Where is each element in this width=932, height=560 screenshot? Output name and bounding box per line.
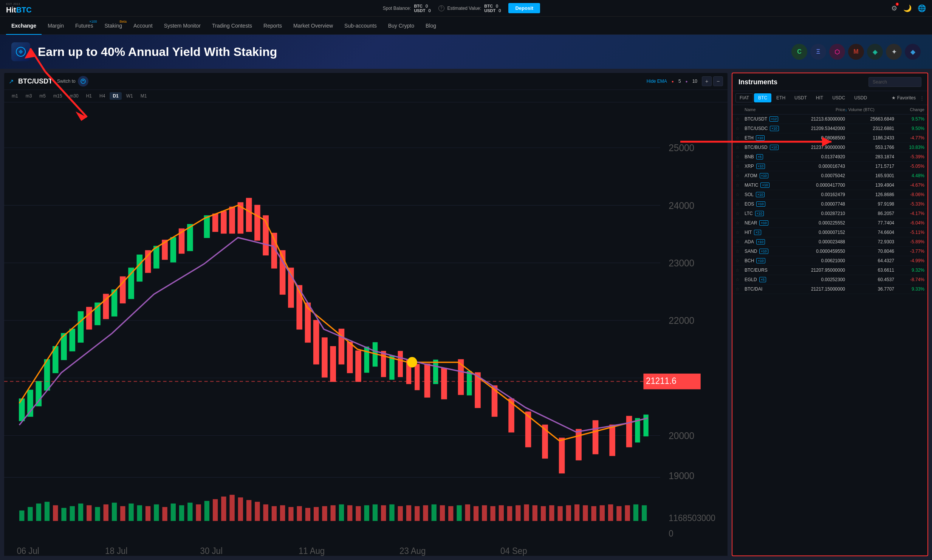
star-btcusdt[interactable]: ☆ (735, 116, 745, 122)
table-row[interactable]: ☆ MATIC ×10 0.0000417700 139.4904 -4.67% (732, 181, 927, 190)
table-row[interactable]: ☆ XRP ×10 0.000016743 171.5717 -5.05% (732, 162, 927, 171)
star-near[interactable]: ☆ (735, 220, 745, 226)
instruments-table: ☆ BTC/USDT ×12 21213.63000000 25663.6849… (732, 114, 927, 555)
banner[interactable]: Earn up to 40% Annual Yield With Staking… (0, 35, 932, 69)
star-eth[interactable]: ☆ (735, 135, 745, 141)
table-row[interactable]: ☆ SOL ×10 0.00162479 126.8686 -8.06% (732, 190, 927, 200)
star-ltc[interactable]: ☆ (735, 211, 745, 216)
table-row[interactable]: ☆ BTC/BUSD ×10 21237.90000000 553.1766 1… (732, 143, 927, 152)
tf-m3[interactable]: m3 (23, 92, 35, 100)
col-volume[interactable]: ↓ Volume (BTC) (845, 107, 894, 112)
sidebar-item-reports[interactable]: Reports (258, 17, 287, 35)
svg-rect-24 (78, 312, 83, 342)
language-button[interactable]: 🌐 (918, 4, 926, 12)
theme-toggle-button[interactable]: 🌙 (903, 4, 912, 12)
svg-rect-29 (154, 246, 159, 268)
col-price[interactable]: Price (796, 107, 845, 112)
star-sol[interactable]: ☆ (735, 192, 745, 197)
table-row[interactable]: ☆ EOS ×10 0.00007748 97.9198 -5.33% (732, 200, 927, 209)
star-btcbusd[interactable]: ☆ (735, 145, 745, 150)
usdt-currency: USDT (414, 8, 425, 13)
star-sand[interactable]: ☆ (735, 249, 745, 254)
tab-btc[interactable]: BTC (754, 93, 771, 102)
star-bnb[interactable]: ☆ (735, 154, 745, 159)
sidebar-item-futures[interactable]: Futures ×100 (70, 17, 98, 35)
col-name[interactable]: Name (745, 107, 796, 112)
sidebar-item-staking[interactable]: Staking Beta (99, 17, 127, 35)
name-ltc: LTC ×10 (745, 211, 796, 216)
tab-favorites[interactable]: ★ Favorites (892, 95, 916, 101)
table-row[interactable]: ☆ BTC/EURS 21207.95000000 63.6611 9.32% (732, 266, 927, 275)
table-row[interactable]: ☆ BCH ×10 0.00621000 64.4327 -4.99% (732, 256, 927, 266)
tf-w1[interactable]: W1 (123, 92, 136, 100)
table-row[interactable]: ☆ HIT ×3 0.000007152 74.6604 -5.11% (732, 228, 927, 237)
instruments-menu[interactable]: ⋮ (920, 95, 924, 101)
switch-to[interactable]: Switch to (57, 76, 88, 87)
zoom-in-button[interactable]: + (702, 76, 712, 86)
tf-h4[interactable]: H4 (96, 92, 108, 100)
staking-badge: Beta (120, 20, 127, 23)
zoom-out-button[interactable]: − (713, 76, 723, 86)
name-hit: HIT ×3 (745, 230, 796, 235)
sidebar-item-blog[interactable]: Blog (420, 17, 441, 35)
chart-area[interactable]: 25000 24000 23000 22000 21000 20000 1900… (4, 102, 728, 556)
tab-usdc[interactable]: USDC (828, 93, 849, 102)
tab-usdd[interactable]: USDD (850, 93, 871, 102)
tab-fiat[interactable]: FIAT (735, 93, 753, 102)
logo[interactable]: EST. 2013 HitBTC (6, 2, 32, 14)
main-content: ↗ BTC/USDT Switch to Hide EMA ● 5 ● 10 + (0, 69, 932, 560)
table-row[interactable]: ☆ NEAR ×10 0.000225552 77.7404 -6.04% (732, 218, 927, 228)
table-row[interactable]: ☆ BNB ×5 0.01374920 283.1874 -5.39% (732, 152, 927, 162)
sidebar-item-sub-accounts[interactable]: Sub-accounts (339, 17, 382, 35)
sidebar-item-market-overview[interactable]: Market Overview (288, 17, 338, 35)
tf-m1-month[interactable]: M1 (138, 92, 150, 100)
tf-d1[interactable]: D1 (110, 92, 121, 100)
table-row[interactable]: ☆ BTC/USDT ×12 21213.63000000 25663.6849… (732, 114, 927, 124)
table-row[interactable]: ☆ ATOM ×10 0.00075042 165.9301 4.48% (732, 171, 927, 181)
star-egld[interactable]: ☆ (735, 277, 745, 282)
deposit-button[interactable]: Deposit (508, 3, 540, 13)
sidebar-item-buy-crypto[interactable]: Buy Crypto (383, 17, 420, 35)
estimated-label: Estimated Value: (447, 6, 481, 11)
svg-rect-133 (423, 505, 428, 521)
tf-h1[interactable]: H1 (83, 92, 95, 100)
search-input[interactable] (869, 77, 921, 87)
col-change[interactable]: Change (894, 107, 924, 112)
star-btceurs[interactable]: ☆ (735, 268, 745, 273)
tf-m1[interactable]: m1 (9, 92, 21, 100)
tab-usdt[interactable]: USDT (790, 93, 811, 102)
star-xrp[interactable]: ☆ (735, 164, 745, 169)
svg-rect-147 (541, 506, 546, 521)
star-btcdai[interactable]: ☆ (735, 286, 745, 292)
table-row[interactable]: ☆ BTC/DAI 21217.15000000 36.7707 9.33% (732, 285, 927, 294)
settings-button[interactable]: ⚙ 1 (891, 4, 897, 12)
table-row[interactable]: ☆ ADA ×10 0.000023488 72.9303 -5.89% (732, 237, 927, 247)
svg-rect-128 (381, 505, 386, 521)
help-icon[interactable]: ? (438, 5, 444, 11)
tab-eth[interactable]: ETH (772, 93, 790, 102)
svg-rect-103 (171, 504, 176, 521)
sidebar-item-system-monitor[interactable]: System Monitor (159, 17, 206, 35)
table-row[interactable]: ☆ EGLD ×5 0.00252300 60.4537 -8.74% (732, 275, 927, 285)
tab-hit[interactable]: HIT (812, 93, 827, 102)
star-btcusdc[interactable]: ☆ (735, 126, 745, 131)
sidebar-item-account[interactable]: Account (128, 17, 158, 35)
star-hit[interactable]: ☆ (735, 230, 745, 235)
table-row[interactable]: ☆ ETH ×10 0.08068500 1186.2433 -4.77% (732, 133, 927, 143)
tf-m15[interactable]: m15 (50, 92, 65, 100)
sidebar-item-margin[interactable]: Margin (42, 17, 69, 35)
ema10-val: 10 (692, 79, 697, 84)
sidebar-item-trading-contests[interactable]: Trading Contests (207, 17, 257, 35)
hide-ema-button[interactable]: Hide EMA (647, 79, 667, 84)
star-eos[interactable]: ☆ (735, 201, 745, 207)
table-row[interactable]: ☆ LTC ×10 0.00287210 86.2057 -4.17% (732, 209, 927, 218)
table-row[interactable]: ☆ BTC/USDC ×10 21209.53442000 2312.6881 … (732, 124, 927, 133)
tf-m30[interactable]: m30 (67, 92, 81, 100)
star-atom[interactable]: ☆ (735, 173, 745, 178)
star-bch[interactable]: ☆ (735, 258, 745, 263)
tf-m5[interactable]: m5 (36, 92, 49, 100)
star-ada[interactable]: ☆ (735, 239, 745, 244)
star-matic[interactable]: ☆ (735, 183, 745, 188)
table-row[interactable]: ☆ SAND ×10 0.0000459550 70.8046 -3.77% (732, 247, 927, 256)
sidebar-item-exchange[interactable]: Exchange (6, 17, 42, 35)
